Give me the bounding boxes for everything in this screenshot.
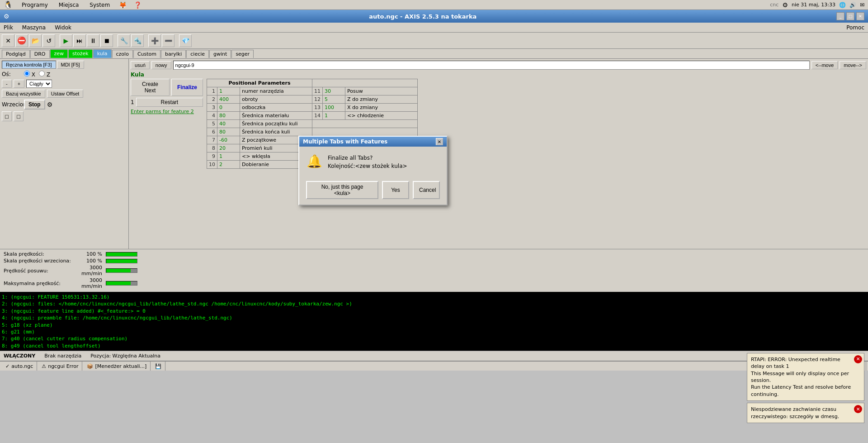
close-button[interactable]: ✕ [856, 12, 864, 20]
radio-x[interactable] [24, 71, 30, 76]
dialog-text-line1: Finalize all Tabs? [328, 154, 407, 162]
bb-item-2[interactable]: 📦 [Menedżer aktuali...] [83, 362, 151, 371]
tab-seger[interactable]: seger [231, 50, 254, 58]
toolbar-btn-params[interactable]: 🔩 [131, 34, 144, 47]
usun-button[interactable]: usuń [131, 61, 150, 69]
toolbar-btn-close[interactable]: ✕ [2, 34, 14, 47]
toolbar-btn-reload[interactable]: ↺ [42, 34, 55, 47]
tab-zew[interactable]: zew [50, 49, 68, 58]
toolbar-btn-step[interactable]: ⏭ [73, 34, 86, 47]
row-val-5[interactable]: 80 [217, 128, 240, 136]
radio-z[interactable] [39, 71, 45, 76]
row-val-9[interactable]: 2 [217, 161, 240, 169]
dialog-body: 🔔 Finalize all Tabs? Kolejność:<zew stoż… [299, 147, 447, 177]
ustaw-button[interactable]: Ustaw Offset [47, 90, 84, 98]
toolbar-btn-tool[interactable]: 🔧 [118, 34, 130, 47]
toolbar-btn-plus[interactable]: ➕ [148, 34, 161, 47]
bb-label-2: [Menedżer aktuali...] [95, 363, 146, 369]
dialog-cancel-button[interactable]: Cancel [413, 181, 440, 199]
row-val-1[interactable]: 400 [217, 95, 240, 104]
dialog-close-button[interactable]: ✕ [436, 138, 443, 145]
toolbar-btn-open[interactable]: 📂 [29, 34, 42, 47]
minimize-button[interactable]: _ [836, 12, 844, 20]
dialog-yes-button[interactable]: Yes [382, 181, 409, 199]
row-val2-0[interactable]: 30 [323, 87, 345, 95]
row-val-8[interactable]: 1 [217, 152, 240, 161]
tab-reczna-kontrola[interactable]: Ręczna kontrola [F3] [2, 61, 56, 69]
speed-val-0: 100 % [80, 251, 102, 257]
tab-custom[interactable]: Custom [133, 50, 160, 58]
notif-close-1[interactable]: ✕ [854, 405, 862, 413]
bb-icon-0: ✓ [5, 363, 9, 369]
tab-kula[interactable]: kula [93, 49, 112, 58]
stop-button[interactable]: Stop [24, 100, 45, 110]
row-val2-3[interactable]: 1 [323, 112, 345, 120]
row-val2-1[interactable]: 5 [323, 95, 345, 104]
speed-val-1: 100 % [80, 258, 102, 264]
bb-label-0: auto.ngc [11, 363, 33, 369]
menu-pomoc[interactable]: Pomoc [844, 24, 866, 32]
restart-button[interactable]: Restart [136, 98, 203, 107]
tab-gwint[interactable]: gwint [209, 50, 231, 58]
maximize-button[interactable]: □ [846, 12, 854, 20]
move-right-button[interactable]: move--> [840, 61, 866, 69]
app-icon: ⚙ [4, 13, 9, 20]
toolbar-btn-diamond[interactable]: 💎 [179, 34, 192, 47]
feature-table-row: 480Średnica materiału141<> chłodzenie [207, 112, 418, 120]
row-val-7[interactable]: 20 [217, 144, 240, 152]
row-label2-2: X do zmiany [345, 104, 418, 112]
small-btn-2[interactable]: □ [14, 111, 24, 121]
tab-mdi[interactable]: MDI [F5] [57, 61, 84, 69]
row-num2-2: 13 [312, 104, 323, 112]
mode-select[interactable]: Ciągły [26, 80, 52, 88]
feature-num-row: 1 Restart [131, 98, 203, 107]
bazuj-button[interactable]: Bazuj wszystkie [2, 90, 45, 98]
menu-system[interactable]: System [88, 1, 112, 9]
toolbar-btn-estop[interactable]: ⛔ [15, 34, 28, 47]
small-btn-row: □ □ [2, 111, 127, 121]
plus-button[interactable]: + [14, 80, 24, 88]
menu-maszyna[interactable]: Maszyna [20, 24, 47, 32]
dialog-message: Finalize all Tabs? Kolejność:<zew stożek… [328, 154, 407, 170]
dialog-no-button[interactable]: No, just this page <kula> [306, 181, 378, 199]
menu-plik[interactable]: Plik [2, 24, 15, 32]
file-input[interactable] [173, 61, 810, 70]
bb-item-3[interactable]: 💾 [151, 362, 165, 371]
nowy-button[interactable]: nowy [151, 61, 171, 69]
speed-label-3: Maksymalna prędkość: [4, 281, 76, 286]
dialog-text-line2: Kolejność:<zew stożek kula> [328, 162, 407, 170]
small-btn-1[interactable]: □ [2, 111, 12, 121]
move-left-button[interactable]: <--move [811, 61, 838, 69]
row-val-3[interactable]: 80 [217, 112, 240, 120]
row-label-5: Średnica końca kuli [240, 128, 312, 136]
minus-button[interactable]: - [2, 80, 12, 88]
tab-dro[interactable]: DRO [30, 50, 50, 58]
toolbar-btn-minus[interactable]: ➖ [162, 34, 175, 47]
bb-item-1[interactable]: ⚠ ngcgui Error [38, 362, 82, 371]
finalize-button[interactable]: Finalize [171, 79, 203, 96]
create-next-button[interactable]: Create Next [131, 79, 170, 96]
tab-czolo[interactable]: czolo [112, 50, 133, 58]
tab-sozek[interactable]: stożek [68, 49, 93, 58]
speed-label-2: Prędkość posuwu: [4, 268, 76, 274]
bb-item-0[interactable]: ✓ auto.ngc [2, 362, 37, 371]
toolbar-btn-pause[interactable]: ⏸ [87, 34, 99, 47]
toolbar-btn-stop[interactable]: ⏹ [100, 34, 113, 47]
tab-ciecie[interactable]: ciecie [186, 50, 209, 58]
row-val-6[interactable]: -60 [217, 136, 240, 144]
tab-podglad[interactable]: Podgląd [2, 50, 30, 58]
window-controls[interactable]: _ □ ✕ [836, 12, 864, 20]
row-num-6: 7 [207, 136, 217, 144]
menu-programy[interactable]: Programy [20, 1, 50, 9]
dialog[interactable]: Multiple Tabs with Features ✕ 🔔 Finalize… [298, 136, 448, 205]
row-val-0[interactable]: 1 [217, 87, 240, 95]
menu-widok[interactable]: Widok [53, 24, 73, 32]
toolbar-btn-run[interactable]: ▶ [60, 34, 72, 47]
menu-miejsca[interactable]: Miejsca [57, 1, 81, 9]
row-val2-2[interactable]: 100 [323, 104, 345, 112]
tab-barylki[interactable]: barylki [161, 50, 186, 58]
row-val-2[interactable]: 0 [217, 104, 240, 112]
notif-close-0[interactable]: ✕ [854, 355, 862, 363]
row-val-4[interactable]: 40 [217, 120, 240, 128]
enter-parms[interactable]: Enter parms for feature 2 [131, 109, 203, 114]
